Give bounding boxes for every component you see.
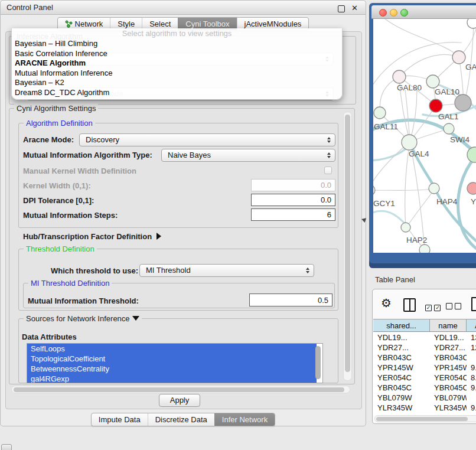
column-header-partial[interactable]: A xyxy=(467,319,476,331)
close-window-button[interactable]: ✕ xyxy=(351,4,358,12)
network-node-label: GCY1 xyxy=(373,199,395,208)
tab-impute-data[interactable]: Impute Data xyxy=(92,413,148,426)
network-node-selected[interactable] xyxy=(429,99,442,112)
list-scrollbar-thumb[interactable] xyxy=(315,346,321,379)
table-row[interactable]: YLR345WYLR345W9. xyxy=(373,403,476,413)
table-cell[interactable]: YDR27... xyxy=(373,343,430,353)
network-node[interactable] xyxy=(419,244,430,253)
table-row[interactable]: YBR045CYBR045C9. xyxy=(373,383,476,393)
network-node[interactable] xyxy=(467,19,476,28)
control-panel-titlebar[interactable]: Control Panel ✕ xyxy=(1,1,366,15)
list-item-gal4rgexp[interactable]: gal4RGexp xyxy=(27,374,317,383)
mi-threshold-input[interactable] xyxy=(249,294,332,306)
column-header-name[interactable]: name xyxy=(430,319,467,331)
sources-expander[interactable]: Sources for Network Inference xyxy=(24,314,142,323)
table-cell[interactable]: YDL19... xyxy=(373,332,430,343)
hub-definition-expander[interactable]: Hub/Transcription Factor Definition xyxy=(23,232,161,241)
table-cell[interactable]: YBL079W xyxy=(430,393,467,403)
mi-type-select[interactable]: Naive Bayes xyxy=(161,149,335,162)
minimized-window-icon[interactable] xyxy=(1,444,12,450)
data-attributes-list[interactable]: SelfLoops TopologicalCoefficient Between… xyxy=(27,343,323,383)
table-cell[interactable]: YPR145W xyxy=(430,363,467,373)
table-cell[interactable]: 8. xyxy=(467,373,476,383)
which-threshold-select[interactable]: MI Threshold xyxy=(139,264,314,277)
network-node[interactable] xyxy=(401,223,410,232)
table-cell[interactable]: YBR045C xyxy=(373,383,430,393)
network-canvas[interactable]: GAL GAL80 GAL10 GAL1 GAL11 SWI4 GAL4 HAP… xyxy=(373,19,476,253)
table-horizontal-scrollbar[interactable] xyxy=(374,415,476,422)
network-node-label: Y xyxy=(471,197,476,206)
maximize-traffic-light[interactable] xyxy=(400,9,408,17)
list-item-betweennesscentrality[interactable]: BetweennessCentrality xyxy=(27,364,317,374)
table-cell[interactable]: YBL079W xyxy=(373,393,430,403)
deselect-all-columns-icon[interactable] xyxy=(446,301,461,312)
table-cell[interactable]: YBR043C xyxy=(430,353,467,363)
list-item-topologicalcoefficient[interactable]: TopologicalCoefficient xyxy=(27,354,317,364)
show-columns-icon[interactable] xyxy=(403,298,416,312)
table-row[interactable]: YBL079WYBL079W xyxy=(373,393,476,403)
table-cell[interactable]: 9. xyxy=(467,363,476,373)
popup-item-dream8[interactable]: Dream8 DC_TDC Algorithm xyxy=(12,88,342,98)
dpi-tolerance-input[interactable] xyxy=(251,194,335,206)
table-cell[interactable]: YER054C xyxy=(373,373,430,383)
mi-steps-input[interactable] xyxy=(251,208,335,221)
list-item-selfloops[interactable]: SelfLoops xyxy=(27,344,317,354)
table-cell[interactable]: YER054C xyxy=(430,373,467,383)
table-cell[interactable] xyxy=(467,353,476,363)
table-row[interactable]: YBR043CYBR043C xyxy=(373,353,476,363)
tab-infer-network[interactable]: Infer Network xyxy=(214,413,275,426)
network-node[interactable] xyxy=(426,75,439,88)
column-header-shared-name[interactable]: shared... xyxy=(373,319,430,331)
network-node[interactable] xyxy=(467,182,476,194)
network-node[interactable] xyxy=(429,183,439,194)
table-cell[interactable]: 12 xyxy=(467,343,476,353)
popup-item-bayesian-k2[interactable]: Bayesian – K2 xyxy=(12,78,342,88)
network-node[interactable] xyxy=(452,51,465,64)
apply-button[interactable]: Apply xyxy=(159,394,200,407)
table-cell[interactable]: YDR27... xyxy=(430,343,467,353)
tab-discretize-data[interactable]: Discretize Data xyxy=(148,413,214,426)
table-cell[interactable]: 13 xyxy=(467,332,476,343)
kernel-width-input[interactable] xyxy=(251,179,335,191)
network-node[interactable] xyxy=(467,147,476,162)
scrollbar-thumb[interactable] xyxy=(14,387,344,392)
table-cell[interactable]: 9. xyxy=(467,403,476,413)
table-row[interactable]: YPR145WYPR145W9. xyxy=(373,363,476,373)
minimize-traffic-light[interactable] xyxy=(390,9,397,17)
popup-item-bayesian-hill-climbing[interactable]: Bayesian – Hill Climbing xyxy=(12,39,342,49)
float-window-button[interactable] xyxy=(338,4,345,12)
table-cell[interactable]: YLR345W xyxy=(373,403,430,413)
network-window-titlebar[interactable] xyxy=(371,5,476,19)
network-node[interactable] xyxy=(402,135,417,150)
network-node[interactable] xyxy=(373,185,375,195)
tab-label: Discretize Data xyxy=(155,415,207,424)
network-node[interactable] xyxy=(393,70,406,83)
popup-item-basic-correlation[interactable]: Basic Correlation Inference xyxy=(12,49,342,59)
network-node[interactable] xyxy=(444,123,454,134)
table-cell[interactable]: YBR045C xyxy=(430,383,467,393)
table-row[interactable]: YDR27...YDR27...12 xyxy=(373,343,476,353)
aracne-mode-select[interactable]: Discovery xyxy=(79,133,335,146)
scrollbar-thumb[interactable] xyxy=(376,417,468,421)
table-row[interactable]: YDL19...YDL19...13 xyxy=(373,332,476,343)
close-traffic-light[interactable] xyxy=(379,9,387,17)
table-row[interactable]: YER054CYER054C8. xyxy=(373,373,476,383)
network-node[interactable] xyxy=(455,94,471,111)
select-all-columns-icon[interactable]: ✓ ✓ xyxy=(425,301,441,312)
table-cell[interactable]: YBR043C xyxy=(373,353,430,363)
popup-item-mutual-information[interactable]: Mutual Information Inference xyxy=(12,69,342,79)
manual-kernel-checkbox[interactable] xyxy=(324,167,332,174)
settings-horizontal-scrollbar[interactable] xyxy=(11,386,350,393)
which-threshold-value: MI Threshold xyxy=(146,265,314,276)
gear-icon[interactable]: ⚙ xyxy=(381,297,392,309)
table-cell[interactable] xyxy=(467,393,476,403)
network-node[interactable] xyxy=(374,107,386,119)
table-cell[interactable]: YDL19... xyxy=(430,332,467,343)
settings-vertical-scrollbar[interactable] xyxy=(343,112,352,381)
table-cell[interactable]: YLR345W xyxy=(430,403,467,413)
popup-item-aracne[interactable]: ARACNE Algorithm xyxy=(12,58,342,69)
table-cell[interactable]: YPR145W xyxy=(373,363,430,373)
table-cell[interactable]: 9. xyxy=(467,383,476,393)
export-table-icon[interactable] xyxy=(471,297,476,311)
scrollbar-thumb[interactable] xyxy=(345,115,350,372)
